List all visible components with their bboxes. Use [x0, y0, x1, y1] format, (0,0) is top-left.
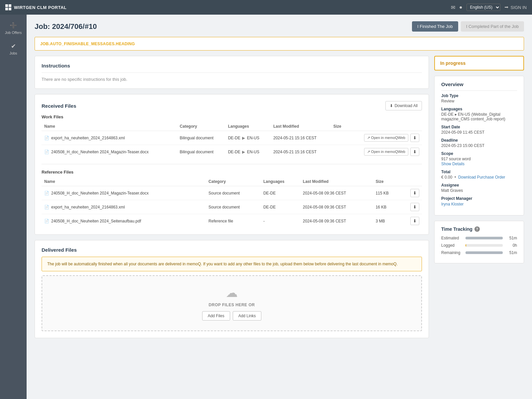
main-column: Instructions There are no specific instr…: [35, 56, 429, 338]
col-actions: [347, 122, 422, 131]
logged-bar-wrap: [466, 244, 503, 247]
logged-row: Logged 0h: [441, 243, 517, 248]
file-last-modified: 2024-05-21 15:16 CEST: [271, 131, 331, 145]
file-name: 240508_H_doc_Neuheiten 2024_Seitenaufbau…: [51, 219, 141, 223]
col-category: Category: [206, 177, 261, 186]
file-icon: 📄: [44, 219, 49, 223]
col-last-modified: Last Modified: [271, 122, 331, 131]
sidebar-item-job-offers[interactable]: ➕ Job Offers: [0, 18, 27, 39]
status-label: In progress: [440, 61, 466, 66]
sidebar-item-jobs[interactable]: ✔ Jobs: [0, 39, 27, 59]
file-dropzone[interactable]: ☁ DROP FILES HERE OR Add Files Add Links: [42, 275, 422, 331]
file-last-modified: 2024-05-08 09:36 CEST: [300, 200, 373, 214]
pm-link[interactable]: Iryna Kloster: [441, 202, 464, 206]
download-po-link[interactable]: Download Purchase Order: [458, 175, 505, 180]
assignee-value: Matt Graves: [441, 188, 517, 193]
file-category: Reference file: [206, 214, 261, 228]
col-last-modified: Last Modified: [300, 177, 373, 186]
sidebar: ➕ Job Offers ✔ Jobs: [0, 15, 27, 399]
table-row: 📄 240508_H_doc_Neuheiten 2024_Magazin-Te…: [42, 145, 422, 159]
file-icon: 📄: [44, 150, 49, 154]
dropzone-buttons: Add Files Add Links: [49, 311, 415, 321]
file-languages: DE-DE: [261, 186, 300, 200]
main-content: Job: 2024/706/#10 I Finished The Job I C…: [27, 15, 532, 399]
pm-label: Project Manager: [441, 196, 517, 201]
estimated-bar: [466, 237, 503, 239]
col-name: Name: [42, 122, 177, 131]
page-header: Job: 2024/706/#10 I Finished The Job I C…: [35, 21, 524, 32]
top-navigation: WIRTGEN CLM PORTAL ✉ ● English (US) ⮕ SI…: [0, 0, 532, 15]
scope-row: Scope 917 source word Show Details: [441, 151, 517, 166]
estimated-label: Estimated: [441, 236, 463, 240]
table-row: 📄 export_ha_neuheiten_2024_2164863.xml S…: [42, 200, 422, 214]
download-file-button[interactable]: ⬇: [410, 217, 419, 225]
open-memoq-button[interactable]: ↗ Open in memoQWeb: [364, 134, 408, 142]
file-category: Bilingual document: [177, 145, 225, 159]
open-memoq-button[interactable]: ↗ Open in memoQWeb: [364, 148, 408, 156]
finished-job-button[interactable]: I Finished The Job: [412, 21, 458, 32]
add-files-button[interactable]: Add Files: [202, 311, 230, 321]
file-name: 240508_H_doc_Neuheiten 2024_Magazin-Teas…: [51, 191, 149, 196]
file-last-modified: 2024-05-08 09:36 CEST: [300, 186, 373, 200]
delivered-files-card: Delivered Files The job will be automati…: [35, 240, 429, 338]
download-file-button[interactable]: ⬇: [410, 148, 419, 156]
info-icon[interactable]: ●: [459, 4, 463, 10]
ref-files-title: Reference Files: [42, 170, 422, 175]
help-icon[interactable]: ?: [474, 226, 480, 232]
deadline-row: Deadline 2024-05-23 15:00 CEST: [441, 138, 517, 148]
download-all-button[interactable]: ⬇ Download All: [385, 101, 422, 110]
page-title: Job: 2024/706/#10: [35, 22, 97, 31]
col-languages: Languages: [225, 122, 271, 131]
time-tracking-title: Time Tracking ?: [441, 226, 517, 232]
total-value: € 0.00 • Download Purchase Order: [441, 175, 517, 180]
received-files-title: Received Files: [42, 103, 76, 109]
languages-value: DE-DE ▸ EN-US (Website_Digital magazine_…: [441, 112, 517, 121]
file-languages: DE-DE ▶ EN-US: [225, 145, 271, 159]
completed-part-button[interactable]: I Completed Part of the Job: [461, 21, 524, 32]
deadline-label: Deadline: [441, 138, 517, 143]
file-languages: DE-DE ▶ EN-US: [225, 131, 271, 145]
languages-row: Languages DE-DE ▸ EN-US (Website_Digital…: [441, 107, 517, 121]
file-icon: 📄: [44, 136, 49, 140]
mail-icon[interactable]: ✉: [451, 4, 455, 11]
col-actions: [401, 177, 422, 186]
file-last-modified: 2024-05-21 15:16 CEST: [271, 145, 331, 159]
scope-label: Scope: [441, 151, 517, 156]
delivered-files-info: The job will be automatically finished w…: [42, 257, 422, 271]
language-selector[interactable]: English (US): [466, 4, 500, 11]
file-size: 16 KB: [373, 200, 401, 214]
add-links-button[interactable]: Add Links: [233, 311, 262, 321]
status-box: In progress: [434, 56, 524, 70]
show-details-link[interactable]: Show Details: [441, 162, 465, 166]
alert-banner: JOB.AUTO_FINISHABLE_MESSAGES.HEADING: [35, 37, 524, 51]
download-file-button[interactable]: ⬇: [410, 203, 419, 211]
job-type-label: Job Type: [441, 93, 517, 98]
sidebar-item-label: Jobs: [9, 51, 17, 55]
estimated-row: Estimated 51m: [441, 236, 517, 240]
logged-value: 0h: [505, 243, 517, 248]
time-tracking-card: Time Tracking ? Estimated 51m Logged: [434, 221, 524, 263]
remaining-label: Remaining: [441, 250, 463, 255]
sign-in-button[interactable]: ⮕ SIGN IN: [504, 5, 527, 10]
estimated-value: 51m: [505, 236, 517, 240]
upload-icon: ☁: [49, 286, 415, 300]
table-row: 📄 240508_H_doc_Neuheiten 2024_Seitenaufb…: [42, 214, 422, 228]
file-size: 115 KB: [373, 186, 401, 200]
col-name: Name: [42, 177, 206, 186]
remaining-value: 51m: [505, 250, 517, 255]
file-size: [331, 131, 347, 145]
side-column: In progress Overview Job Type Review Lan…: [434, 56, 524, 263]
download-file-button[interactable]: ⬇: [410, 189, 419, 197]
app-title: WIRTGEN CLM PORTAL: [14, 5, 66, 10]
start-date-label: Start Date: [441, 125, 517, 129]
download-file-button[interactable]: ⬇: [410, 134, 419, 142]
work-files-table: Name Category Languages Last Modified Si…: [42, 122, 422, 159]
alert-text: JOB.AUTO_FINISHABLE_MESSAGES.HEADING: [40, 42, 135, 46]
pm-row: Project Manager Iryna Kloster: [441, 196, 517, 206]
assignee-label: Assignee: [441, 183, 517, 188]
table-row: 📄 export_ha_neuheiten_2024_2164863.xml B…: [42, 131, 422, 145]
remaining-row: Remaining 51m: [441, 250, 517, 255]
file-category: Source document: [206, 186, 261, 200]
header-buttons: I Finished The Job I Completed Part of t…: [412, 21, 524, 32]
logged-bar: [466, 244, 466, 247]
